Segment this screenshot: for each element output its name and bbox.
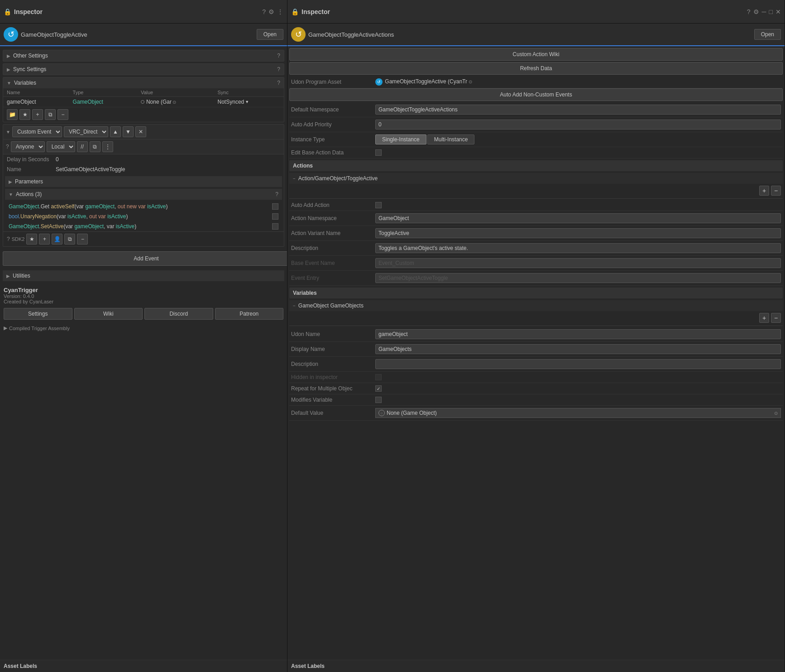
wiki-btn[interactable]: Wiki — [74, 308, 143, 320]
brand-name: CyanTrigger — [4, 287, 283, 293]
left-menu-icon[interactable]: ⋮ — [277, 8, 283, 15]
action-variant-name-input[interactable] — [375, 228, 781, 238]
variables-label: Variables — [14, 80, 274, 86]
action-2-checkbox[interactable] — [272, 213, 278, 220]
repeat-multiple-row: Repeat for Multiple Objec ✓ — [289, 383, 783, 394]
var-type[interactable]: GameObject — [69, 97, 137, 107]
variables-section-item[interactable]: − GameObject GameObjects — [289, 300, 783, 311]
patreon-btn[interactable]: Patreon — [215, 308, 284, 320]
event-more-btn[interactable]: ⋮ — [102, 141, 113, 152]
event-direct-select[interactable]: VRC_Direct — [64, 126, 108, 137]
action-item-2[interactable]: bool.UnaryNegation(var isActive, out var… — [3, 211, 284, 221]
refresh-data-btn[interactable]: Refresh Data — [289, 62, 783, 75]
variables-header[interactable]: ▼ Variables ? — [3, 77, 284, 88]
event-help-icon[interactable]: ? — [6, 144, 9, 150]
other-settings-help[interactable]: ? — [277, 53, 280, 59]
var-star-btn[interactable]: ★ — [19, 109, 30, 120]
var-add-btn[interactable]: + — [32, 109, 43, 120]
add-event-button[interactable]: Add Event — [3, 251, 287, 266]
actions-section-header: Actions — [289, 160, 783, 171]
modifies-variable-checkbox[interactable] — [375, 397, 382, 403]
actions-help[interactable]: ? — [275, 191, 278, 197]
event-down-btn[interactable]: ▼ — [123, 126, 134, 137]
left-inspector-panel: 🔒 Inspector ? ⚙ ⋮ ↺ GameObjectToggleActi… — [0, 0, 287, 672]
toolbar-minus[interactable]: − — [77, 234, 88, 245]
sync-settings-section: ▶ Sync Settings ? — [3, 63, 284, 75]
right-lock-icon[interactable]: 🔒 — [291, 8, 299, 15]
event-local-select[interactable]: Local — [47, 141, 75, 152]
col-value: Value — [137, 88, 214, 97]
left-lock-icon[interactable]: 🔒 — [4, 8, 11, 15]
other-settings-header[interactable]: ▶ Other Settings ? — [3, 50, 284, 61]
toolbar-copy[interactable]: ⧉ — [64, 234, 75, 245]
var-section-item-text: GameObject GameObjects — [298, 302, 364, 309]
right-settings-icon[interactable]: ⚙ — [753, 8, 759, 15]
right-help-icon[interactable]: ? — [747, 8, 751, 15]
sync-settings-label: Sync Settings — [13, 66, 274, 72]
var-description-row: Description — [289, 357, 783, 372]
right-close-icon[interactable]: ✕ — [775, 8, 781, 15]
action-item-1[interactable]: GameObject.Get activeSelf(var gameObject… — [3, 202, 284, 211]
var-folder-btn[interactable]: 📁 — [7, 109, 18, 120]
var-sync[interactable]: NotSynced ▼ — [214, 97, 284, 107]
single-instance-btn[interactable]: Single-Instance — [375, 134, 426, 144]
right-minimize-icon[interactable]: ─ — [762, 8, 766, 15]
left-content-area: ▶ Other Settings ? ▶ Sync Settings ? ▼ V… — [0, 46, 287, 660]
action-section-item[interactable]: − Action/GameObject/ToggleActive — [289, 173, 783, 184]
toolbar-user[interactable]: 👤 — [52, 234, 62, 245]
actions-minus-btn[interactable]: − — [771, 186, 781, 196]
action-item-3[interactable]: GameObject.SetActive(var gameObject, var… — [3, 221, 284, 231]
left-open-button[interactable]: Open — [257, 29, 283, 40]
sync-settings-help[interactable]: ? — [277, 66, 280, 72]
name-label: Name — [7, 166, 52, 173]
var-description-input[interactable] — [375, 359, 781, 369]
event-comment-btn[interactable]: // — [77, 141, 88, 152]
right-open-button[interactable]: Open — [754, 29, 781, 40]
udon-program-asset-label: Udon Program Asset — [291, 79, 373, 85]
parameters-header[interactable]: ▶ Parameters — [5, 176, 282, 187]
action-1-checkbox[interactable] — [272, 203, 278, 210]
variables-help[interactable]: ? — [277, 80, 280, 86]
multi-instance-btn[interactable]: Multi-Instance — [427, 134, 475, 144]
variables-plus-btn[interactable]: + — [759, 313, 769, 323]
toolbar-star[interactable]: ★ — [26, 234, 37, 245]
settings-btn[interactable]: Settings — [4, 308, 72, 320]
custom-action-wiki-btn[interactable]: Custom Action Wiki — [289, 48, 783, 61]
var-copy-btn[interactable]: ⧉ — [45, 109, 56, 120]
default-namespace-input[interactable] — [375, 105, 781, 115]
auto-add-action-checkbox[interactable] — [375, 202, 382, 208]
var-remove-btn[interactable]: − — [57, 109, 68, 120]
right-maximize-icon[interactable]: □ — [769, 8, 773, 15]
auto-add-priority-input[interactable] — [375, 120, 781, 130]
sync-settings-arrow: ▶ — [7, 67, 10, 72]
left-settings-icon[interactable]: ⚙ — [268, 8, 274, 15]
left-help-icon[interactable]: ? — [262, 8, 266, 15]
action-3-checkbox[interactable] — [272, 223, 278, 230]
actions-header[interactable]: ▼ Actions (3) ? — [5, 189, 282, 200]
action-namespace-input[interactable] — [375, 213, 781, 223]
display-name-input[interactable] — [375, 344, 781, 354]
toolbar-help[interactable]: ? — [7, 236, 10, 242]
event-up-btn[interactable]: ▲ — [110, 126, 121, 137]
sdk2-label: SDK2 — [12, 236, 25, 242]
discord-btn[interactable]: Discord — [144, 308, 213, 320]
variables-minus-btn[interactable]: − — [771, 313, 781, 323]
event-type-select[interactable]: Custom Event — [12, 126, 62, 137]
actions-toolbar: ? SDK2 ★ + 👤 ⧉ − — [3, 231, 284, 246]
default-value-dropdown[interactable]: ○ None (Game Object) ⊙ — [375, 408, 781, 418]
sync-settings-header[interactable]: ▶ Sync Settings ? — [3, 64, 284, 75]
event-close-btn[interactable]: ✕ — [135, 126, 146, 137]
edit-base-action-checkbox[interactable] — [375, 149, 382, 156]
event-copy2-btn[interactable]: ⧉ — [90, 141, 101, 152]
repeat-multiple-label: Repeat for Multiple Objec — [291, 385, 373, 392]
utilities-header[interactable]: ▶ Utilities — [3, 270, 284, 281]
brand-version: Version: 0.4.0 — [4, 293, 283, 299]
event-broadcast-select[interactable]: Anyone — [11, 141, 45, 152]
description-input[interactable] — [375, 243, 781, 253]
toolbar-add[interactable]: + — [39, 234, 50, 245]
repeat-multiple-checkbox[interactable]: ✓ — [375, 385, 382, 392]
base-event-name-input — [375, 258, 781, 268]
udon-name-input[interactable] — [375, 329, 781, 339]
auto-add-non-custom-btn[interactable]: Auto Add Non-Custom Events — [289, 88, 783, 101]
actions-plus-btn[interactable]: + — [759, 186, 769, 196]
